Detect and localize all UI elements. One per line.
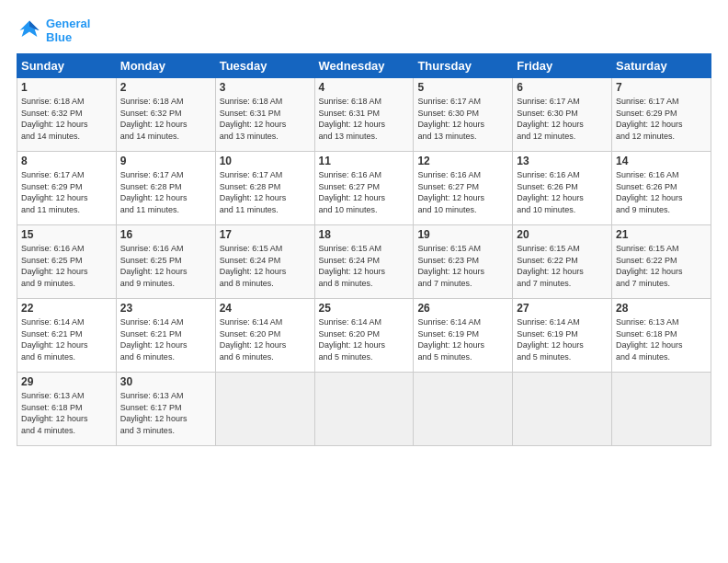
cell-info: Sunrise: 6:16 AM Sunset: 6:25 PM Dayligh… xyxy=(21,243,112,289)
week-row-2: 8 Sunrise: 6:17 AM Sunset: 6:29 PM Dayli… xyxy=(17,152,711,225)
day-number: 12 xyxy=(417,155,508,167)
day-number: 22 xyxy=(21,302,112,315)
cell-info: Sunrise: 6:16 AM Sunset: 6:27 PM Dayligh… xyxy=(417,169,508,215)
logo-text: General Blue xyxy=(46,17,90,44)
calendar-cell: 19 Sunrise: 6:15 AM Sunset: 6:23 PM Dayl… xyxy=(414,225,513,299)
calendar-cell: 25 Sunrise: 6:14 AM Sunset: 6:20 PM Dayl… xyxy=(314,299,414,373)
calendar-cell: 11 Sunrise: 6:16 AM Sunset: 6:27 PM Dayl… xyxy=(314,152,414,225)
cell-info: Sunrise: 6:13 AM Sunset: 6:17 PM Dayligh… xyxy=(120,390,211,436)
header: General Blue xyxy=(17,17,711,44)
week-row-1: 1 Sunrise: 6:18 AM Sunset: 6:32 PM Dayli… xyxy=(17,78,711,152)
day-number: 23 xyxy=(120,302,211,315)
day-number: 20 xyxy=(517,228,608,241)
calendar-cell: 1 Sunrise: 6:18 AM Sunset: 6:32 PM Dayli… xyxy=(17,78,117,152)
cell-info: Sunrise: 6:13 AM Sunset: 6:18 PM Dayligh… xyxy=(616,316,707,362)
week-row-5: 29 Sunrise: 6:13 AM Sunset: 6:18 PM Dayl… xyxy=(17,373,711,446)
calendar-cell xyxy=(215,373,314,446)
logo-icon xyxy=(17,17,42,43)
cell-info: Sunrise: 6:14 AM Sunset: 6:20 PM Dayligh… xyxy=(220,316,311,362)
calendar-body: 1 Sunrise: 6:18 AM Sunset: 6:32 PM Dayli… xyxy=(17,78,711,446)
calendar-cell: 6 Sunrise: 6:17 AM Sunset: 6:30 PM Dayli… xyxy=(513,78,612,152)
cell-info: Sunrise: 6:17 AM Sunset: 6:30 PM Dayligh… xyxy=(417,96,508,142)
day-number: 1 xyxy=(21,81,112,94)
day-number: 13 xyxy=(517,155,608,167)
cell-info: Sunrise: 6:14 AM Sunset: 6:19 PM Dayligh… xyxy=(417,316,508,362)
calendar-cell xyxy=(414,373,513,446)
cell-info: Sunrise: 6:18 AM Sunset: 6:31 PM Dayligh… xyxy=(220,96,311,142)
dow-header-monday: Monday xyxy=(116,54,215,78)
day-number: 9 xyxy=(120,155,211,167)
cell-info: Sunrise: 6:15 AM Sunset: 6:22 PM Dayligh… xyxy=(616,243,707,289)
calendar-cell: 10 Sunrise: 6:17 AM Sunset: 6:28 PM Dayl… xyxy=(215,152,314,225)
dow-header-tuesday: Tuesday xyxy=(215,54,314,78)
calendar-cell: 2 Sunrise: 6:18 AM Sunset: 6:32 PM Dayli… xyxy=(116,78,215,152)
cell-info: Sunrise: 6:17 AM Sunset: 6:29 PM Dayligh… xyxy=(21,169,112,215)
calendar-cell: 20 Sunrise: 6:15 AM Sunset: 6:22 PM Dayl… xyxy=(513,225,612,299)
day-number: 25 xyxy=(319,302,410,315)
dow-header-sunday: Sunday xyxy=(17,54,117,78)
day-number: 6 xyxy=(517,81,608,94)
calendar-cell: 16 Sunrise: 6:16 AM Sunset: 6:25 PM Dayl… xyxy=(116,225,215,299)
dow-header-thursday: Thursday xyxy=(414,54,513,78)
cell-info: Sunrise: 6:17 AM Sunset: 6:28 PM Dayligh… xyxy=(120,169,211,215)
calendar-cell: 7 Sunrise: 6:17 AM Sunset: 6:29 PM Dayli… xyxy=(612,78,711,152)
cell-info: Sunrise: 6:14 AM Sunset: 6:21 PM Dayligh… xyxy=(120,316,211,362)
dow-header-friday: Friday xyxy=(513,54,612,78)
day-number: 4 xyxy=(319,81,410,94)
day-number: 8 xyxy=(21,155,112,167)
day-number: 5 xyxy=(417,81,508,94)
cell-info: Sunrise: 6:14 AM Sunset: 6:19 PM Dayligh… xyxy=(517,316,608,362)
day-number: 14 xyxy=(616,155,707,167)
day-number: 19 xyxy=(417,228,508,241)
cell-info: Sunrise: 6:17 AM Sunset: 6:28 PM Dayligh… xyxy=(220,169,311,215)
calendar-cell: 12 Sunrise: 6:16 AM Sunset: 6:27 PM Dayl… xyxy=(414,152,513,225)
calendar-cell: 15 Sunrise: 6:16 AM Sunset: 6:25 PM Dayl… xyxy=(17,225,117,299)
calendar-cell: 27 Sunrise: 6:14 AM Sunset: 6:19 PM Dayl… xyxy=(513,299,612,373)
calendar-cell: 3 Sunrise: 6:18 AM Sunset: 6:31 PM Dayli… xyxy=(215,78,314,152)
cell-info: Sunrise: 6:17 AM Sunset: 6:30 PM Dayligh… xyxy=(517,96,608,142)
day-number: 16 xyxy=(120,228,211,241)
day-number: 28 xyxy=(616,302,707,315)
day-number: 27 xyxy=(517,302,608,315)
calendar-cell: 17 Sunrise: 6:15 AM Sunset: 6:24 PM Dayl… xyxy=(215,225,314,299)
calendar-cell: 13 Sunrise: 6:16 AM Sunset: 6:26 PM Dayl… xyxy=(513,152,612,225)
dow-header-wednesday: Wednesday xyxy=(314,54,414,78)
cell-info: Sunrise: 6:18 AM Sunset: 6:32 PM Dayligh… xyxy=(120,96,211,142)
day-number: 18 xyxy=(319,228,410,241)
cell-info: Sunrise: 6:15 AM Sunset: 6:23 PM Dayligh… xyxy=(417,243,508,289)
day-number: 17 xyxy=(220,228,311,241)
day-number: 24 xyxy=(220,302,311,315)
cell-info: Sunrise: 6:18 AM Sunset: 6:32 PM Dayligh… xyxy=(21,96,112,142)
week-row-4: 22 Sunrise: 6:14 AM Sunset: 6:21 PM Dayl… xyxy=(17,299,711,373)
calendar-cell xyxy=(513,373,612,446)
day-number: 21 xyxy=(616,228,707,241)
cell-info: Sunrise: 6:14 AM Sunset: 6:20 PM Dayligh… xyxy=(319,316,410,362)
cell-info: Sunrise: 6:16 AM Sunset: 6:26 PM Dayligh… xyxy=(517,169,608,215)
calendar-cell: 24 Sunrise: 6:14 AM Sunset: 6:20 PM Dayl… xyxy=(215,299,314,373)
calendar-cell: 30 Sunrise: 6:13 AM Sunset: 6:17 PM Dayl… xyxy=(116,373,215,446)
calendar-cell xyxy=(314,373,414,446)
page: General Blue SundayMondayTuesdayWednesda… xyxy=(0,0,728,563)
cell-info: Sunrise: 6:15 AM Sunset: 6:22 PM Dayligh… xyxy=(517,243,608,289)
cell-info: Sunrise: 6:15 AM Sunset: 6:24 PM Dayligh… xyxy=(319,243,410,289)
days-of-week-row: SundayMondayTuesdayWednesdayThursdayFrid… xyxy=(17,54,711,78)
cell-info: Sunrise: 6:16 AM Sunset: 6:25 PM Dayligh… xyxy=(120,243,211,289)
day-number: 29 xyxy=(21,375,112,388)
calendar-cell: 23 Sunrise: 6:14 AM Sunset: 6:21 PM Dayl… xyxy=(116,299,215,373)
calendar-cell: 29 Sunrise: 6:13 AM Sunset: 6:18 PM Dayl… xyxy=(17,373,117,446)
calendar-cell: 26 Sunrise: 6:14 AM Sunset: 6:19 PM Dayl… xyxy=(414,299,513,373)
cell-info: Sunrise: 6:17 AM Sunset: 6:29 PM Dayligh… xyxy=(616,96,707,142)
day-number: 26 xyxy=(417,302,508,315)
calendar-cell: 28 Sunrise: 6:13 AM Sunset: 6:18 PM Dayl… xyxy=(612,299,711,373)
day-number: 2 xyxy=(120,81,211,94)
calendar-cell: 8 Sunrise: 6:17 AM Sunset: 6:29 PM Dayli… xyxy=(17,152,117,225)
day-number: 11 xyxy=(319,155,410,167)
calendar-table: SundayMondayTuesdayWednesdayThursdayFrid… xyxy=(17,53,711,446)
cell-info: Sunrise: 6:16 AM Sunset: 6:26 PM Dayligh… xyxy=(616,169,707,215)
cell-info: Sunrise: 6:18 AM Sunset: 6:31 PM Dayligh… xyxy=(319,96,410,142)
cell-info: Sunrise: 6:13 AM Sunset: 6:18 PM Dayligh… xyxy=(21,390,112,436)
calendar-cell: 21 Sunrise: 6:15 AM Sunset: 6:22 PM Dayl… xyxy=(612,225,711,299)
calendar-cell: 4 Sunrise: 6:18 AM Sunset: 6:31 PM Dayli… xyxy=(314,78,414,152)
logo: General Blue xyxy=(17,17,90,44)
calendar-cell: 18 Sunrise: 6:15 AM Sunset: 6:24 PM Dayl… xyxy=(314,225,414,299)
